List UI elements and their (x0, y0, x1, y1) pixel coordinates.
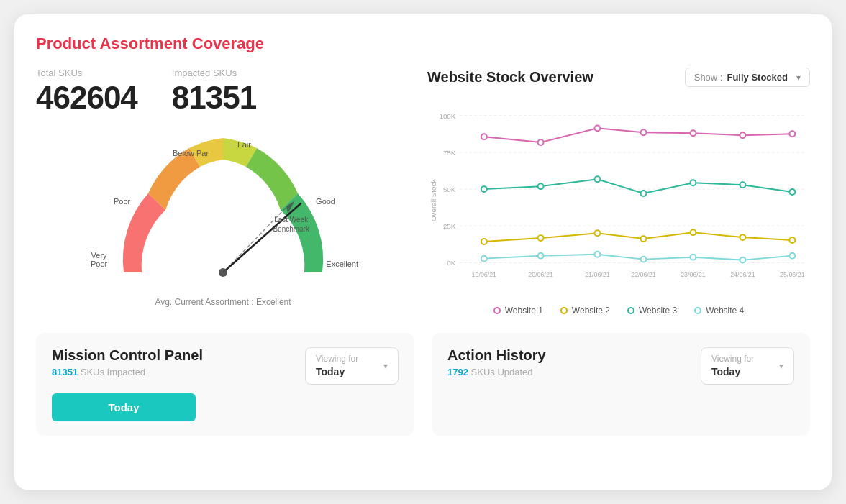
svg-point-39 (641, 191, 647, 196)
svg-point-34 (740, 234, 745, 240)
action-history-sub: 1792 SKUs Updated (447, 367, 546, 377)
main-card: Product Assortment Coverage Total SKUs 4… (14, 14, 832, 490)
action-history-title: Action History (447, 347, 546, 364)
legend-dot-website4 (694, 307, 701, 314)
mission-control-sub: 81351 SKUs Impacted (52, 367, 203, 377)
svg-line-0 (223, 203, 301, 272)
svg-point-46 (641, 257, 647, 262)
mission-control-viewing-dropdown[interactable]: Viewing for Today ▾ (305, 347, 399, 385)
action-history-vd-text: Viewing for Today (711, 353, 754, 379)
total-skus-label: Total SKUs (36, 68, 137, 78)
page-title: Product Assortment Coverage (36, 35, 810, 53)
gauge-label-good: Good (316, 197, 335, 206)
svg-point-38 (595, 176, 601, 182)
legend-website2: Website 2 (560, 306, 610, 316)
mission-control-vd-text: Viewing for Today (316, 353, 358, 379)
chevron-down-icon: ▾ (796, 73, 801, 83)
gauge-label-fair: Fair (237, 140, 251, 149)
svg-point-41 (740, 182, 745, 188)
legend-label-website3: Website 3 (639, 306, 677, 316)
mission-control-count: 81351 (52, 367, 78, 377)
svg-point-23 (538, 139, 544, 145)
svg-text:19/06/21: 19/06/21 (472, 271, 497, 278)
svg-point-35 (789, 237, 795, 243)
legend-label-website4: Website 4 (706, 306, 744, 316)
gauge-container: VeryPoor Poor Below Par Fair Good Excell… (36, 129, 410, 307)
svg-point-49 (789, 253, 795, 259)
action-history-viewing-value: Today (711, 365, 754, 380)
svg-text:22/06/21: 22/06/21 (631, 271, 656, 278)
mission-control-info: Mission Control Panel 81351 SKUs Impacte… (52, 347, 203, 377)
svg-point-32 (641, 236, 647, 242)
mission-control-viewing-value: Today (316, 365, 358, 380)
svg-text:23/06/21: 23/06/21 (681, 271, 706, 278)
legend-label-website1: Website 1 (505, 306, 543, 316)
gauge-label-below-par: Below Par (173, 149, 209, 157)
action-history-count: 1792 (447, 367, 468, 377)
mission-control-title: Mission Control Panel (52, 347, 203, 364)
mission-control-viewing-label: Viewing for (316, 353, 358, 365)
gauge-label-excellent: Excellent (326, 260, 358, 268)
left-panel: Total SKUs 462604 Impacted SKUs 81351 (36, 68, 410, 316)
svg-point-24 (595, 125, 601, 131)
legend-label-website2: Website 2 (572, 306, 610, 316)
svg-text:75K: 75K (443, 149, 456, 157)
legend-dot-website1 (494, 307, 501, 314)
legend-dot-website3 (627, 307, 634, 314)
svg-point-47 (691, 255, 696, 260)
show-dropdown[interactable]: Show : Fully Stocked ▾ (685, 68, 810, 87)
svg-text:20/06/21: 20/06/21 (528, 271, 553, 278)
show-value: Fully Stocked (727, 72, 788, 83)
show-label: Show : (694, 72, 723, 83)
svg-text:50K: 50K (443, 185, 456, 193)
total-skus-value: 462604 (36, 80, 137, 116)
total-skus: Total SKUs 462604 (36, 68, 137, 116)
chart-legend: Website 1 Website 2 Website 3 Website 4 (427, 306, 810, 316)
svg-point-22 (481, 134, 487, 139)
stats-row: Total SKUs 462604 Impacted SKUs 81351 (36, 68, 410, 116)
gauge-label-poor: Poor (114, 197, 130, 206)
chart-area: Overall Stock 100K 75K 50K 25K 0K (427, 93, 810, 316)
svg-point-33 (691, 229, 696, 235)
gauge-wrap: VeryPoor Poor Below Par Fair Good Excell… (72, 129, 374, 294)
gauge-svg (72, 129, 374, 294)
svg-text:25/06/21: 25/06/21 (780, 271, 805, 278)
today-btn-row: Today (52, 393, 399, 421)
action-history-viewing-dropdown[interactable]: Viewing for Today ▾ (701, 347, 794, 385)
svg-point-44 (538, 253, 544, 259)
svg-point-43 (481, 256, 487, 262)
gauge-avg-text: Avg. Current Assortment : Excellent (155, 297, 291, 307)
gauge-label-very-poor: VeryPoor (91, 251, 107, 268)
mission-control-panel: Mission Control Panel 81351 SKUs Impacte… (36, 333, 414, 436)
svg-point-28 (789, 131, 795, 137)
svg-point-31 (595, 230, 601, 236)
svg-point-30 (538, 235, 544, 241)
action-history-viewing-label: Viewing for (711, 353, 754, 365)
main-content: Total SKUs 462604 Impacted SKUs 81351 (36, 68, 810, 316)
right-panel: Website Stock Overview Show : Fully Stoc… (427, 68, 810, 316)
today-button[interactable]: Today (52, 393, 196, 421)
svg-point-27 (740, 132, 745, 138)
action-history-panel: Action History 1792 SKUs Updated Viewing… (432, 333, 810, 436)
svg-text:25K: 25K (443, 222, 456, 230)
chart-header: Website Stock Overview Show : Fully Stoc… (427, 68, 810, 87)
svg-text:Overall Stock: Overall Stock (429, 180, 437, 222)
svg-text:24/06/21: 24/06/21 (730, 271, 755, 278)
impacted-skus: Impacted SKUs 81351 (172, 68, 256, 116)
mission-control-header: Mission Control Panel 81351 SKUs Impacte… (52, 347, 399, 385)
legend-website3: Website 3 (627, 306, 677, 316)
gauge-label-last-week: Last WeekBenchmark (273, 215, 309, 234)
svg-point-45 (595, 252, 601, 257)
svg-text:21/06/21: 21/06/21 (585, 271, 610, 278)
svg-text:100K: 100K (439, 112, 455, 120)
svg-point-37 (538, 183, 544, 189)
svg-point-48 (740, 257, 745, 263)
stock-chart-svg: Overall Stock 100K 75K 50K 25K 0K (427, 93, 810, 294)
svg-point-42 (789, 189, 795, 195)
chart-title: Website Stock Overview (427, 69, 593, 86)
svg-point-25 (641, 129, 647, 135)
chevron-down-icon-mission: ▾ (383, 361, 388, 371)
legend-website1: Website 1 (494, 306, 543, 316)
impacted-skus-value: 81351 (172, 80, 256, 116)
svg-point-26 (691, 130, 696, 136)
